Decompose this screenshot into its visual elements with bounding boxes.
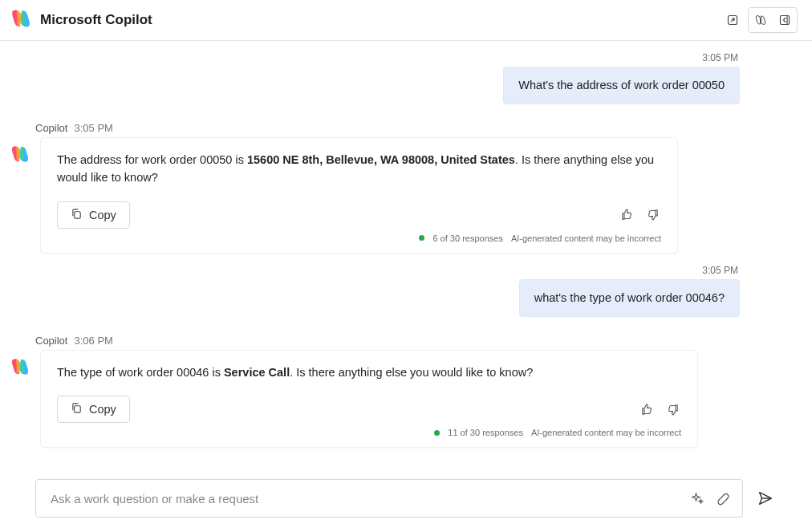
attachment-icon[interactable] xyxy=(713,489,733,508)
svg-rect-3 xyxy=(75,212,81,218)
copilot-logo-icon xyxy=(10,7,32,33)
copilot-avatar-icon xyxy=(10,356,32,380)
app-logo: Microsoft Copilot xyxy=(10,7,152,33)
user-message: 3:05 PM what's the type of work order 00… xyxy=(35,258,740,317)
copilot-avatar-icon xyxy=(10,144,32,168)
bot-message: Copilot 3:06 PM The type of work order 0… xyxy=(35,335,740,448)
responses-count: 11 of 30 responses xyxy=(448,428,523,437)
message-timestamp: 3:05 PM xyxy=(74,122,112,134)
responses-count: 6 of 30 responses xyxy=(432,234,502,243)
ai-disclaimer: AI-generated content may be incorrect xyxy=(511,234,661,243)
composer-box xyxy=(35,479,743,518)
header-actions xyxy=(721,7,798,33)
composer-input[interactable] xyxy=(49,491,681,506)
thumbs-down-button[interactable] xyxy=(644,206,661,224)
bot-card: The address for work order 00050 is 1560… xyxy=(40,137,678,254)
copy-label: Copy xyxy=(89,209,116,221)
thumbs-up-button[interactable] xyxy=(638,400,656,418)
chat-area: 3:05 PM What's the address of work order… xyxy=(0,41,812,448)
copy-button[interactable]: Copy xyxy=(57,396,130,423)
copy-label: Copy xyxy=(89,403,116,416)
composer xyxy=(35,479,777,518)
message-timestamp: 3:05 PM xyxy=(702,52,738,63)
bot-name: Copilot xyxy=(35,122,67,134)
bot-text: The address for work order 00050 is 1560… xyxy=(57,151,661,187)
svg-rect-4 xyxy=(75,406,81,412)
status-dot-icon xyxy=(419,235,424,241)
thumbs-up-button[interactable] xyxy=(618,206,635,224)
copy-icon xyxy=(71,208,83,222)
bot-card: The type of work order 00046 is Service … xyxy=(40,350,698,448)
thumbs-down-button[interactable] xyxy=(664,400,681,418)
user-bubble: What's the address of work order 00050 xyxy=(503,67,740,104)
copy-button[interactable]: Copy xyxy=(57,201,130,229)
user-message: 3:05 PM What's the address of work order… xyxy=(35,46,740,104)
bot-text: The type of work order 00046 is Service … xyxy=(57,363,681,381)
ai-disclaimer: AI-generated content may be incorrect xyxy=(531,428,681,437)
bot-name: Copilot xyxy=(35,335,67,347)
copilot-icon[interactable] xyxy=(749,8,773,32)
message-timestamp: 3:06 PM xyxy=(74,335,112,347)
app-title: Microsoft Copilot xyxy=(40,12,152,28)
svg-rect-1 xyxy=(781,16,790,25)
user-bubble: what's the type of work order 00046? xyxy=(519,279,740,317)
panel-collapse-icon[interactable] xyxy=(773,8,797,32)
send-button[interactable] xyxy=(754,487,777,510)
app-header: Microsoft Copilot xyxy=(0,0,812,41)
status-dot-icon xyxy=(434,430,440,436)
copy-icon xyxy=(71,402,83,416)
bot-message: Copilot 3:05 PM The address for work ord… xyxy=(35,122,740,254)
popout-icon[interactable] xyxy=(721,8,745,32)
sparkle-icon[interactable] xyxy=(688,489,707,508)
message-timestamp: 3:05 PM xyxy=(702,265,738,276)
